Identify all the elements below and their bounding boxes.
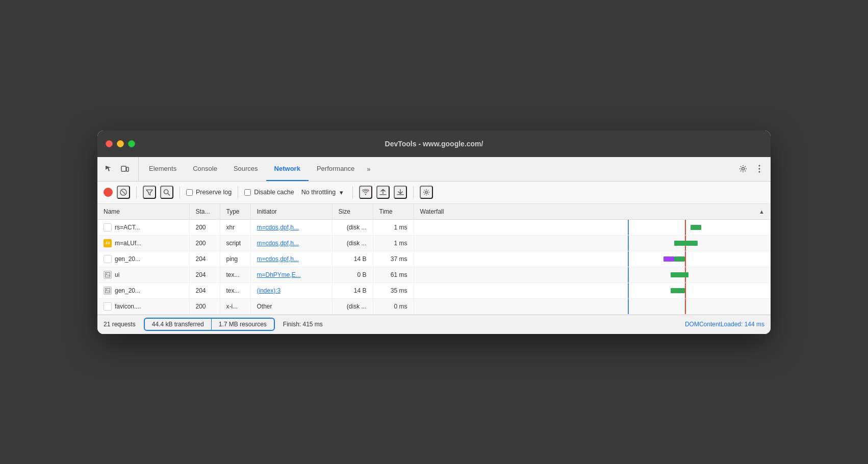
throttle-selector[interactable]: No throttling ▾ bbox=[298, 188, 346, 197]
minimize-button[interactable] bbox=[117, 140, 124, 147]
tab-console[interactable]: Console bbox=[185, 157, 225, 181]
wf-bar bbox=[671, 272, 688, 277]
svg-point-8 bbox=[164, 189, 168, 193]
window-title: DevTools - www.google.com/ bbox=[385, 140, 483, 148]
sort-arrow-icon: ▲ bbox=[759, 209, 764, 215]
wf-bar bbox=[671, 288, 685, 293]
svg-point-4 bbox=[759, 168, 760, 170]
wf-blue-line bbox=[628, 236, 629, 251]
row-icon-blank bbox=[104, 302, 112, 311]
svg-point-3 bbox=[759, 165, 760, 167]
col-type[interactable]: Type bbox=[220, 204, 250, 220]
preserve-log-checkbox[interactable] bbox=[186, 189, 193, 196]
waterfall-cell-inner bbox=[414, 267, 771, 282]
col-initiator[interactable]: Initiator bbox=[250, 204, 332, 220]
wf-bar bbox=[691, 225, 701, 230]
toolbar-separator-3 bbox=[238, 186, 238, 198]
upload-icon[interactable] bbox=[376, 186, 390, 199]
toolbar-separator-1 bbox=[136, 186, 137, 198]
svg-point-2 bbox=[742, 168, 745, 170]
wf-red-line bbox=[685, 251, 686, 267]
record-button[interactable] bbox=[104, 188, 113, 197]
svg-rect-0 bbox=[121, 166, 126, 171]
waterfall-cell-inner bbox=[414, 283, 771, 298]
status-finish: Finish: 415 ms bbox=[275, 321, 323, 328]
tab-more-button[interactable]: » bbox=[363, 157, 374, 181]
waterfall-cell-inner bbox=[414, 220, 771, 235]
more-options-button[interactable] bbox=[752, 162, 767, 176]
tab-bar-right-actions bbox=[736, 157, 767, 181]
wf-blue-line bbox=[628, 299, 629, 314]
svg-line-9 bbox=[168, 193, 170, 195]
wf-red-line bbox=[685, 220, 686, 235]
status-transfer-box: 44.4 kB transferred 1.7 MB resources bbox=[144, 318, 275, 331]
tab-elements[interactable]: Elements bbox=[141, 157, 185, 181]
status-requests: 21 requests bbox=[104, 321, 144, 328]
wf-blue-line bbox=[628, 283, 629, 298]
row-icon-blank bbox=[104, 255, 112, 263]
svg-point-12 bbox=[425, 191, 427, 193]
maximize-button[interactable] bbox=[128, 140, 135, 147]
clear-button[interactable] bbox=[117, 186, 130, 199]
table-row[interactable]: gen_20...204tex...(index):314 B35 ms bbox=[97, 282, 771, 298]
device-toolbar-button[interactable] bbox=[118, 162, 132, 176]
col-waterfall[interactable]: Waterfall ▲ bbox=[414, 204, 771, 220]
network-settings-button[interactable] bbox=[420, 186, 433, 199]
table-row[interactable]: favicon....200x-i...Other(disk ...0 ms bbox=[97, 298, 771, 314]
devtools-window: DevTools - www.google.com/ Elements Cons… bbox=[97, 131, 771, 334]
col-size[interactable]: Size bbox=[332, 204, 373, 220]
title-bar: DevTools - www.google.com/ bbox=[97, 131, 771, 157]
settings-button[interactable] bbox=[736, 162, 750, 176]
status-resources: 1.7 MB resources bbox=[212, 319, 274, 330]
download-icon[interactable] bbox=[394, 186, 407, 199]
svg-point-5 bbox=[759, 171, 760, 173]
status-dom-loaded: DOMContentLoaded: 144 ms bbox=[685, 321, 764, 328]
toolbar-separator-5 bbox=[413, 186, 414, 198]
preserve-log-label[interactable]: Preserve log bbox=[186, 189, 232, 196]
search-button[interactable] bbox=[160, 186, 173, 199]
filter-button[interactable] bbox=[143, 186, 156, 199]
wf-red-line bbox=[685, 299, 686, 314]
toolbar-separator-2 bbox=[180, 186, 180, 198]
status-transferred: 44.4 kB transferred bbox=[145, 319, 211, 330]
col-time[interactable]: Time bbox=[373, 204, 414, 220]
wifi-icon[interactable] bbox=[359, 186, 372, 199]
tab-performance[interactable]: Performance bbox=[309, 157, 363, 181]
svg-point-14 bbox=[106, 273, 107, 274]
disable-cache-checkbox[interactable] bbox=[244, 189, 251, 196]
waterfall-cell-inner bbox=[414, 236, 771, 251]
network-table: Name Sta... Type Initiator Size bbox=[97, 204, 771, 315]
table-row[interactable]: JSm=aLUf...200scriptm=cdos,dpf,h...(disk… bbox=[97, 235, 771, 251]
wf-bar bbox=[674, 241, 697, 246]
col-status[interactable]: Sta... bbox=[189, 204, 220, 220]
tab-network[interactable]: Network bbox=[266, 157, 309, 181]
network-table-container: Name Sta... Type Initiator Size bbox=[97, 204, 771, 315]
table-body: rs=ACT...200xhrm=cdos,dpf,h...(disk ...1… bbox=[97, 219, 771, 314]
waterfall-cell-inner bbox=[414, 299, 771, 314]
waterfall-cell-inner bbox=[414, 251, 771, 267]
status-bar: 21 requests 44.4 kB transferred 1.7 MB r… bbox=[97, 315, 771, 334]
table-row[interactable]: rs=ACT...200xhrm=cdos,dpf,h...(disk ...1… bbox=[97, 219, 771, 235]
network-toolbar: Preserve log Disable cache No throttling… bbox=[97, 182, 771, 204]
wf-blue-line bbox=[628, 267, 629, 282]
svg-point-16 bbox=[106, 289, 107, 290]
inspect-element-button[interactable] bbox=[101, 162, 116, 176]
wf-blue-line bbox=[628, 251, 629, 267]
toolbar-separator-4 bbox=[352, 186, 353, 198]
table-row[interactable]: ui204tex...m=DhPYme,E...0 B61 ms bbox=[97, 267, 771, 282]
svg-rect-1 bbox=[126, 167, 129, 171]
disable-cache-label[interactable]: Disable cache bbox=[244, 189, 294, 196]
col-name[interactable]: Name bbox=[97, 204, 189, 220]
svg-line-7 bbox=[122, 191, 125, 194]
row-icon-script: JS bbox=[104, 239, 112, 247]
row-icon-img bbox=[104, 271, 112, 279]
table-header-row: Name Sta... Type Initiator Size bbox=[97, 204, 771, 220]
traffic-lights bbox=[106, 140, 135, 147]
wf-bar bbox=[663, 256, 674, 262]
close-button[interactable] bbox=[106, 140, 113, 147]
tab-sources[interactable]: Sources bbox=[225, 157, 266, 181]
wf-bar-2 bbox=[674, 256, 685, 262]
throttle-chevron-icon: ▾ bbox=[340, 189, 343, 196]
table-row[interactable]: gen_20...204pingm=cdos,dpf,h...14 B37 ms bbox=[97, 251, 771, 267]
wf-red-line bbox=[685, 283, 686, 298]
